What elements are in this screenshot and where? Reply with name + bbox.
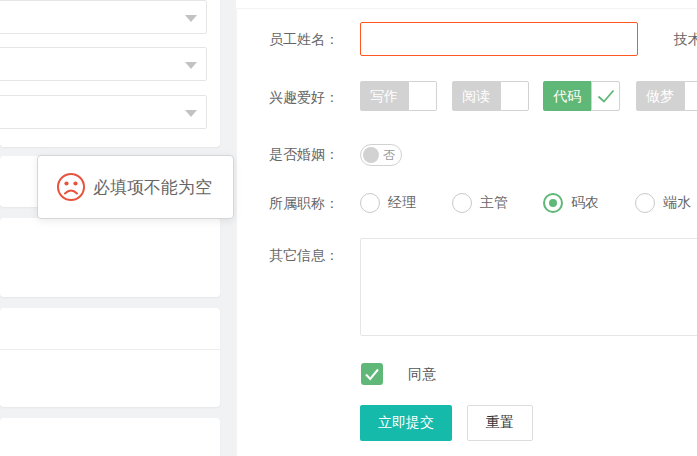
name-input[interactable] (360, 22, 638, 56)
radio-dot (549, 199, 557, 207)
reset-button[interactable]: 重置 (467, 405, 533, 441)
switch-state-label: 否 (383, 147, 395, 164)
other-info-label: 其它信息： (269, 247, 359, 265)
marriage-label: 是否婚姻： (269, 146, 359, 164)
title-label: 所属职称： (269, 195, 359, 213)
radio-label: 主管 (480, 194, 508, 212)
chevron-down-icon (185, 15, 197, 22)
card-divider (0, 349, 220, 350)
radio-circle (452, 193, 472, 213)
page: 必填项不能为空 员工姓名： 技术 兴趣爱好： 写作 阅读 代码 做梦 是否婚姻：… (0, 0, 697, 456)
name-label: 员工姓名： (269, 31, 359, 49)
sad-face-icon (56, 172, 86, 202)
checkbox-button-label: 写作 (360, 81, 408, 111)
chevron-down-icon (185, 110, 197, 117)
check-icon (597, 89, 615, 103)
radio-coder[interactable]: 码农 (543, 193, 599, 213)
checkbox-square (500, 81, 529, 111)
left-card (0, 308, 220, 407)
select-input[interactable] (0, 0, 207, 34)
checkbox-button-dreaming[interactable]: 做梦 (636, 81, 697, 111)
switch-knob (363, 147, 379, 163)
checkbox-button-label: 阅读 (452, 81, 500, 111)
marriage-switch[interactable]: 否 (360, 144, 402, 166)
left-card-selects (0, 0, 220, 147)
chevron-down-icon (185, 62, 197, 69)
checkbox-button-label: 代码 (543, 81, 591, 111)
checkbox-button-reading[interactable]: 阅读 (452, 81, 529, 111)
select-input[interactable] (0, 47, 207, 81)
checkbox-square (591, 81, 620, 111)
radio-circle (543, 193, 563, 213)
select-input[interactable] (0, 95, 207, 129)
form-panel (236, 8, 697, 456)
radio-circle (635, 193, 655, 213)
checkmark-icon (364, 368, 380, 381)
checkbox-square (684, 81, 697, 111)
checkbox-button-writing[interactable]: 写作 (360, 81, 437, 111)
checkbox-button-code[interactable]: 代码 (543, 81, 620, 111)
submit-button[interactable]: 立即提交 (360, 405, 452, 441)
checkbox-square (408, 81, 437, 111)
validation-message: 必填项不能为空 (93, 176, 212, 199)
radio-label: 端水 (663, 194, 691, 212)
left-card (0, 418, 220, 456)
agree-label: 同意 (408, 366, 436, 384)
agree-checkbox-box (361, 363, 383, 385)
radio-manager[interactable]: 经理 (360, 193, 416, 213)
checkbox-button-label: 做梦 (636, 81, 684, 111)
radio-waterman[interactable]: 端水 (635, 193, 691, 213)
radio-label: 经理 (388, 194, 416, 212)
left-card (0, 218, 220, 297)
agree-checkbox[interactable]: 同意 (361, 363, 436, 385)
radio-label: 码农 (571, 194, 599, 212)
hobby-label: 兴趣爱好： (269, 89, 359, 107)
other-info-textarea[interactable] (360, 238, 697, 336)
radio-circle (360, 193, 380, 213)
clipped-label-tech: 技术 (674, 31, 697, 49)
validation-tooltip: 必填项不能为空 (37, 155, 234, 219)
radio-supervisor[interactable]: 主管 (452, 193, 508, 213)
